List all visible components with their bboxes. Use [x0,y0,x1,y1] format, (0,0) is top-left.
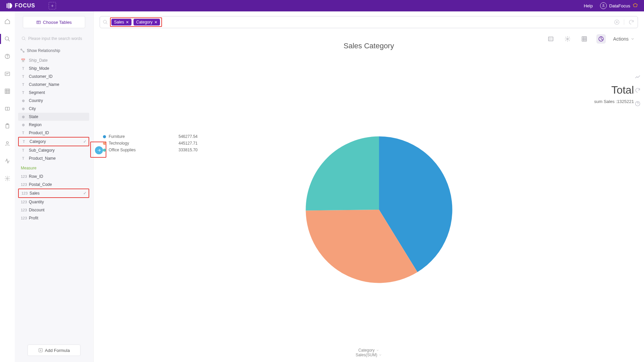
app-logo[interactable]: FOCUS [6,2,35,9]
globe-icon: ⊕ [21,115,25,119]
nav-dashboard[interactable] [3,70,11,78]
legend-value: 333815.70 [178,148,198,152]
field-label: Customer_Name [29,82,59,87]
field-list: 📅Ship_Date TShip_Mode TCustomer_ID TCust… [18,56,90,340]
field-region[interactable]: ⊕Region [18,121,89,129]
field-state[interactable]: ⊕State [18,113,89,121]
search-icon [103,19,108,25]
chip-close-icon[interactable]: ✕ [126,20,129,24]
measure-sales[interactable]: 123Sales✓ [18,189,89,198]
field-label: Category [30,139,46,144]
field-city[interactable]: ⊕City [18,105,89,113]
legend-item-furniture[interactable]: Furniture 546277.54 [103,134,198,139]
text-icon: T [21,91,25,95]
user-menu[interactable]: DataFocus [600,2,638,9]
measure-quantity[interactable]: 123Quantity [18,198,89,206]
measure-profit[interactable]: 123Profit [18,214,89,222]
chip-label: Category [136,20,153,24]
number-icon: 123 [21,216,25,220]
chart-title: Sales Category [94,42,644,50]
nav-users[interactable] [3,140,11,148]
measure-discount[interactable]: 123Discount [18,206,89,214]
measure-row-id[interactable]: 123Row_ID [18,172,89,180]
svg-rect-7 [5,89,10,94]
field-label: City [29,106,36,111]
pie-svg [302,133,456,287]
chip-close-icon[interactable]: ✕ [154,20,157,24]
field-category[interactable]: TCategory✓ [18,137,89,146]
help-link[interactable]: Help [584,3,593,8]
axis-val-label: Sales(SUM) [356,353,377,357]
svg-point-2 [603,4,604,6]
chart-help-icon[interactable] [635,101,641,107]
content-area: Sales✕ Category✕ Actions Sales Category [94,11,644,362]
field-label: Region [29,122,42,127]
nav-search[interactable] [3,35,11,43]
pie-chart[interactable] [198,57,644,362]
field-country[interactable]: ⊕Country [18,97,89,105]
query-searchbar[interactable]: Sales✕ Category✕ [100,16,638,28]
svg-rect-1 [8,3,9,9]
add-formula-button[interactable]: Add Formula [28,345,80,356]
field-search-input[interactable] [20,34,88,43]
number-icon: 123 [21,183,25,187]
field-ship-date[interactable]: 📅Ship_Date [18,56,89,64]
field-search[interactable] [20,34,88,43]
legend-item-technology[interactable]: Technology 445127.71 [103,141,198,146]
axis-value[interactable]: Sales(SUM) [356,353,382,357]
text-icon: T [21,156,25,160]
app-name: FOCUS [15,3,35,9]
text-icon: T [21,131,25,135]
measure-postal-code[interactable]: 123Postal_Code [18,180,89,189]
field-sub-category[interactable]: TSub_Category [18,146,89,154]
svg-point-14 [22,37,25,40]
nav-help[interactable] [3,52,11,60]
field-segment[interactable]: TSegment [18,89,89,97]
summary-subtitle: sum Sales :1325221 [594,99,634,104]
nav-activity[interactable] [3,157,11,165]
chart-legend: Furniture 546277.54 Technology 445127.71… [94,57,198,362]
chevron-down-icon [379,353,382,357]
fields-sidebar: Choose Tables Show Relationship 📅Ship_Da… [15,11,94,362]
field-label: Country [29,98,43,103]
chart-expand-icon[interactable] [635,74,641,80]
chevron-down-icon [376,349,379,352]
nav-clipboard[interactable] [3,122,11,130]
number-icon: 123 [21,174,25,178]
text-icon: T [21,83,25,87]
add-formula-label: Add Formula [45,348,70,353]
field-product-name[interactable]: TProduct_Name [18,154,89,162]
add-tab-button[interactable]: + [49,2,56,9]
user-avatar-icon [600,2,607,9]
field-label: Discount [29,208,45,212]
refresh-query-button[interactable] [628,19,634,25]
svg-point-3 [5,37,9,40]
plus-square-icon [38,348,43,353]
show-relationship-link[interactable]: Show Relationship [18,47,90,56]
svg-point-11 [6,142,8,144]
field-customer-name[interactable]: TCustomer_Name [18,81,89,89]
chip-sales[interactable]: Sales✕ [111,19,131,25]
legend-name: Office Supplies [109,148,159,152]
chip-category[interactable]: Category✕ [133,19,160,25]
chip-label: Sales [114,20,124,24]
nav-tables[interactable] [3,87,11,95]
field-product-id[interactable]: TProduct_ID [18,129,89,137]
search-icon [21,36,26,41]
axis-category[interactable]: Category [356,348,382,353]
text-icon: T [21,66,25,70]
clear-query-button[interactable] [614,19,620,25]
field-customer-id[interactable]: TCustomer_ID [18,72,89,81]
nav-home[interactable] [3,17,11,25]
number-icon: 123 [21,191,26,195]
choose-tables-button[interactable]: Choose Tables [23,16,85,28]
nav-settings[interactable] [3,174,11,183]
actions-label: Actions [613,36,629,42]
actions-menu[interactable]: Actions [613,36,635,42]
field-ship-mode[interactable]: TShip_Mode [18,64,89,72]
chart-side-rail [635,74,641,107]
field-label: Postal_Code [29,182,52,187]
nav-resources[interactable] [3,105,11,113]
legend-item-office-supplies[interactable]: Office Supplies 333815.70 [103,148,198,152]
chart-refresh-icon[interactable] [635,87,641,93]
